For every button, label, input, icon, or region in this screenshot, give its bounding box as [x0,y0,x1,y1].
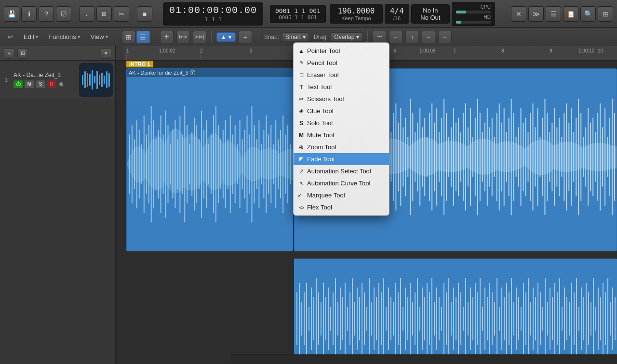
checkbox-button[interactable]: ☑ [56,6,71,22]
zoom-fit-button[interactable]: ↔ [389,31,402,43]
audio-region-left[interactable]: AK - Danke für die Zeit_3 ⓜ [126,68,293,251]
svg-rect-156 [504,108,505,206]
record-button[interactable]: ⊳⊳| [193,31,206,43]
menu-item-automation-select[interactable]: ↗ Automation Select Tool [294,165,389,177]
svg-rect-149 [487,108,488,206]
svg-rect-55 [258,120,259,208]
track-solo-button[interactable]: S [36,80,45,88]
view-menu[interactable]: View ▾ [87,32,112,42]
cut-button[interactable]: ✂ [114,6,129,22]
svg-rect-251 [410,283,411,355]
zoom-full-button[interactable]: ↔ [438,31,452,43]
svg-rect-267 [448,278,449,360]
skip-button[interactable]: ⊳⊳ [176,31,190,43]
undo-button[interactable]: ↩ [4,32,17,42]
svg-rect-320 [576,278,577,360]
stop-button[interactable]: ■ [137,6,152,22]
svg-rect-228 [354,302,355,336]
svg-rect-304 [537,283,538,355]
menu-item-mute[interactable]: M Mute Tool [294,129,389,141]
help-button[interactable]: ? [39,6,54,22]
menu-item-marquee[interactable]: ✓ Marquee Tool [294,189,389,201]
svg-rect-12 [156,139,157,189]
list-view-button[interactable]: ☰ [136,31,150,43]
svg-rect-274 [465,278,466,360]
svg-rect-3 [134,139,135,189]
svg-rect-226 [349,292,350,345]
library-button[interactable]: ⊞ [598,6,613,22]
pencil-icon: ✎ [297,59,305,67]
menu-item-text[interactable]: T Text Tool [294,81,389,93]
marquee-checkmark: ✓ [297,192,302,199]
search-button[interactable]: 🔍 [580,6,596,22]
collapse-panel-button[interactable]: ▾ [101,48,111,59]
svg-rect-301 [530,302,531,336]
svg-rect-118 [412,113,413,201]
menu-item-zoom[interactable]: ⊕ Zoom Tool [294,141,389,153]
drag-select[interactable]: Overlap ▾ [331,32,362,42]
svg-rect-268 [451,302,452,336]
menu-item-flex[interactable]: <> Flex Tool [294,201,389,213]
snap-group: Snap: Smart ▾ [264,32,309,42]
svg-rect-206 [301,302,302,336]
menu-item-fade[interactable]: ◤ Fade Tool [294,153,389,165]
audio-region-lower[interactable] [294,259,617,364]
add-tool-button[interactable]: + [239,31,252,43]
zoom-out-button[interactable]: ↔ [422,31,435,43]
tool-selector[interactable]: ▲ ▾ [216,32,236,42]
move-tool-button[interactable]: ✣ [160,31,174,43]
svg-rect-246 [398,292,399,345]
menu-item-automation-curve[interactable]: ∿ Automation Curve Tool [294,177,389,189]
metronome-button[interactable]: ♩ [79,6,94,22]
menu-item-eraser[interactable]: ◻ Eraser Tool [294,69,389,81]
svg-rect-192 [590,122,591,191]
track-mute-button[interactable]: M [25,80,34,88]
track-options-button[interactable]: ⊞ [17,48,28,59]
mixer-button[interactable]: ⊞ [96,6,112,22]
close-window-button[interactable]: ✕ [511,6,526,22]
expand-button[interactable]: ≫ [528,6,544,22]
svg-rect-50 [247,116,248,213]
notes-button[interactable]: 📋 [563,6,578,22]
menu-item-solo[interactable]: S Solo Tool [294,117,389,129]
scissors-icon: ✂ [297,95,305,103]
waveform-button[interactable]: 〜 [373,31,386,43]
view-toggle-group: ⊞ ☰ [122,31,150,43]
save-button[interactable]: 💾 [4,6,19,22]
track-record-button[interactable]: R [47,80,56,88]
section-label: INTRO 1 [126,61,153,67]
zoom-in-button[interactable]: ↕ [405,31,419,43]
svg-rect-318 [571,283,572,355]
snap-select[interactable]: Smart ▾ [282,32,309,42]
svg-rect-293 [511,278,512,360]
svg-rect-326 [590,302,591,336]
svg-rect-181 [563,113,564,201]
menu-item-pencil[interactable]: ✎ Pencil Tool [294,57,389,69]
view-menu-arrow: ▾ [106,34,108,39]
svg-rect-111 [395,104,396,211]
track-power-button[interactable]: ⏻ [13,80,23,88]
svg-rect-224 [345,283,346,355]
list-button[interactable]: ☰ [546,6,561,22]
menu-item-pointer[interactable]: ▲ Pointer Tool [294,45,389,57]
svg-rect-1 [129,134,130,194]
edit-menu[interactable]: Edit ▾ [20,32,42,42]
ruler-mark-time3: 1:00:10 [578,48,594,53]
menu-item-glue[interactable]: ◈ Glue Tool [294,105,389,117]
functions-menu[interactable]: Functions ▾ [45,32,83,42]
svg-rect-137 [458,117,459,196]
svg-rect-15 [163,134,164,194]
svg-rect-41 [225,120,226,208]
menu-item-scissors[interactable]: ✂ Scissors Tool [294,93,389,105]
add-track-button[interactable]: + [4,48,14,59]
svg-rect-63 [278,139,279,189]
svg-rect-52 [251,106,252,223]
svg-rect-207 [304,292,305,345]
info-button[interactable]: ℹ [21,6,37,22]
ruler-mark-10: 10 [598,48,603,53]
svg-rect-130 [441,117,442,196]
svg-rect-123 [424,117,425,196]
bottom-scroll-bar[interactable] [231,354,617,364]
svg-rect-121 [419,108,420,206]
grid-view-button[interactable]: ⊞ [122,31,135,43]
